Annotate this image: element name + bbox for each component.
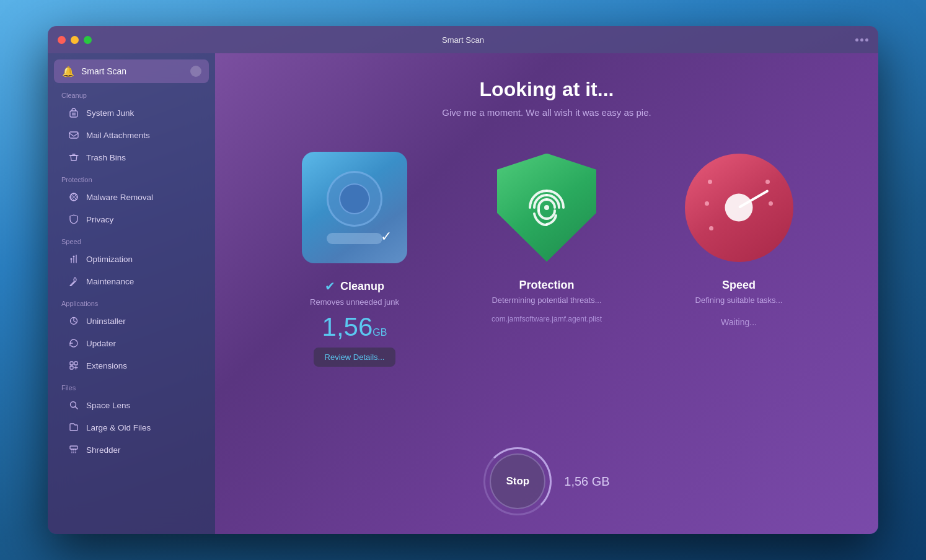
stop-size-label: 1,56 GB	[564, 475, 609, 489]
maximize-button[interactable]	[84, 36, 92, 44]
shredder-label: Shredder	[86, 445, 121, 455]
sidebar-item-privacy[interactable]: Privacy	[54, 209, 209, 230]
svg-line-18	[76, 407, 78, 409]
hdd-checkmark: ✓	[381, 229, 392, 245]
cleanup-size-unit: GB	[373, 327, 387, 338]
cleanup-icon-container: ✓	[296, 149, 413, 266]
protection-sub-text: com.jamfsoftware.jamf.agent.plist	[492, 315, 602, 323]
sidebar-item-system-junk[interactable]: System Junk	[54, 102, 209, 123]
sidebar-section-protection: Protection	[48, 168, 215, 186]
hdd-circle	[327, 171, 382, 227]
traffic-lights	[58, 36, 92, 44]
maintenance-label: Maintenance	[86, 277, 134, 286]
hdd-inner	[339, 183, 370, 214]
sidebar-item-updater[interactable]: Updater	[54, 333, 209, 354]
shield-shape	[497, 154, 596, 262]
sidebar-section-applications: Applications	[48, 292, 215, 310]
gauge-dot-1	[708, 180, 712, 184]
svg-rect-14	[70, 362, 73, 365]
uninstaller-icon	[68, 315, 80, 327]
malware-removal-icon	[68, 191, 80, 203]
svg-rect-4	[69, 132, 78, 138]
gauge-dot-4	[765, 180, 770, 184]
uninstaller-label: Uninstaller	[86, 317, 126, 326]
sidebar-section-files: Files	[48, 377, 215, 394]
gauge-dot-5	[769, 201, 773, 206]
speed-title: Speed	[722, 279, 756, 292]
window-title: Smart Scan	[442, 35, 484, 45]
menu-dot	[855, 38, 858, 42]
speed-card: Speed Defining suitable tasks... Waiting…	[652, 149, 826, 327]
svg-point-11	[73, 256, 75, 258]
gauge-dot-3	[709, 226, 713, 230]
protection-icon-container	[488, 149, 606, 266]
smart-scan-icon: 🔔	[61, 64, 75, 78]
main-content: Looking at it... Give me a moment. We al…	[215, 53, 878, 534]
svg-point-6	[73, 196, 75, 198]
cleanup-title: Cleanup	[340, 280, 384, 293]
shield-icon	[494, 149, 599, 266]
sidebar-item-uninstaller[interactable]: Uninstaller	[54, 310, 209, 331]
malware-removal-label: Malware Removal	[86, 193, 153, 202]
minimize-button[interactable]	[71, 36, 79, 44]
speed-waiting: Waiting...	[721, 317, 757, 327]
svg-point-10	[71, 258, 73, 260]
extensions-label: Extensions	[86, 361, 127, 370]
system-junk-label: System Junk	[86, 108, 134, 118]
titlebar: Smart Scan	[48, 26, 878, 53]
stop-button[interactable]: Stop	[490, 453, 545, 509]
sidebar: 🔔 Smart Scan Cleanup System Junk	[48, 53, 215, 534]
bottom-area: Stop 1,56 GB	[483, 447, 609, 515]
svg-rect-15	[74, 362, 77, 365]
maintenance-icon	[68, 275, 80, 287]
svg-rect-19	[70, 446, 77, 449]
speed-description: Defining suitable tasks...	[695, 295, 783, 305]
sidebar-item-malware-removal[interactable]: Malware Removal	[54, 186, 209, 208]
sidebar-item-space-lens[interactable]: Space Lens	[54, 395, 209, 416]
titlebar-menu[interactable]	[855, 38, 868, 42]
sidebar-item-mail-attachments[interactable]: Mail Attachments	[54, 125, 209, 146]
sidebar-item-smart-scan[interactable]: 🔔 Smart Scan	[54, 59, 209, 83]
mail-attachments-label: Mail Attachments	[86, 131, 150, 140]
trash-bins-icon	[68, 151, 80, 164]
hdd-bar	[327, 233, 382, 244]
system-junk-icon	[68, 107, 80, 119]
extensions-icon	[68, 359, 80, 372]
protection-card: Protection Determining potential threats…	[460, 149, 633, 323]
cleanup-size-value: 1,56	[322, 312, 373, 341]
close-button[interactable]	[58, 36, 66, 44]
gauge-center	[725, 194, 753, 222]
space-lens-icon	[68, 399, 80, 411]
sidebar-section-cleanup: Cleanup	[48, 84, 215, 102]
menu-dot	[865, 38, 868, 42]
cleanup-title-row: ✔ Cleanup	[325, 279, 384, 294]
menu-dot	[860, 38, 863, 42]
privacy-icon	[68, 213, 80, 225]
sidebar-item-maintenance[interactable]: Maintenance	[54, 271, 209, 292]
stop-button-container: Stop	[483, 447, 552, 515]
sidebar-item-trash-bins[interactable]: Trash Bins	[54, 147, 209, 168]
app-window: Smart Scan 🔔 Smart Scan Cleanup	[48, 26, 878, 534]
review-details-button[interactable]: Review Details...	[314, 348, 396, 367]
large-old-files-label: Large & Old Files	[86, 423, 151, 432]
updater-icon	[68, 337, 80, 349]
sidebar-item-shredder[interactable]: Shredder	[54, 439, 209, 460]
optimization-label: Optimization	[86, 255, 133, 264]
svg-point-20	[544, 205, 549, 210]
sidebar-item-optimization[interactable]: Optimization	[54, 248, 209, 269]
protection-description: Determining potential threats...	[492, 295, 601, 305]
speed-title-row: Speed	[722, 279, 756, 292]
shredder-icon	[68, 444, 80, 456]
speed-icon-container	[680, 149, 798, 266]
sidebar-item-extensions[interactable]: Extensions	[54, 355, 209, 376]
cleanup-check-icon: ✔	[325, 279, 335, 294]
cleanup-size: 1,56GB	[322, 314, 387, 340]
sidebar-item-large-old-files[interactable]: Large & Old Files	[54, 417, 209, 438]
space-lens-label: Space Lens	[86, 401, 130, 410]
gauge-icon	[685, 154, 793, 262]
main-subtitle: Give me a moment. We all wish it was eas…	[442, 107, 651, 118]
cleanup-description: Removes unneeded junk	[310, 297, 399, 307]
hdd-icon: ✓	[302, 152, 407, 263]
sidebar-item-label: Smart Scan	[81, 66, 184, 76]
gauge-needle-container	[702, 170, 776, 245]
